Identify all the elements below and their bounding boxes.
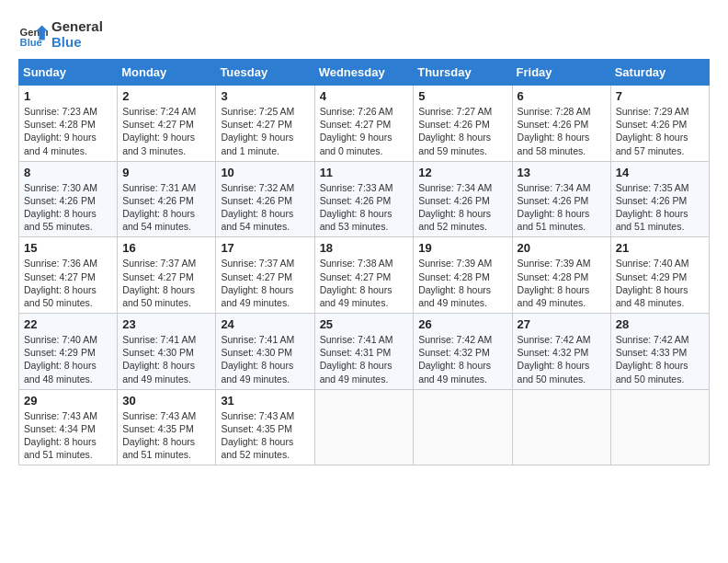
day-info: Sunrise: 7:26 AMSunset: 4:27 PMDaylight:…	[320, 105, 409, 157]
day-number: 23	[122, 317, 210, 331]
calendar-cell: 26 Sunrise: 7:42 AMSunset: 4:32 PMDaylig…	[414, 314, 512, 390]
calendar-cell: 11 Sunrise: 7:33 AMSunset: 4:26 PMDaylig…	[314, 161, 414, 237]
day-info: Sunrise: 7:43 AMSunset: 4:35 PMDaylight:…	[221, 409, 309, 462]
calendar-cell: 16 Sunrise: 7:37 AMSunset: 4:27 PMDaylig…	[118, 237, 216, 314]
logo-general: General	[51, 18, 103, 34]
day-info: Sunrise: 7:33 AMSunset: 4:26 PMDaylight:…	[320, 181, 409, 234]
calendar-cell: 2 Sunrise: 7:24 AMSunset: 4:27 PMDayligh…	[118, 86, 216, 162]
day-info: Sunrise: 7:25 AMSunset: 4:27 PMDaylight:…	[221, 105, 309, 157]
calendar-table: SundayMondayTuesdayWednesdayThursdayFrid…	[18, 59, 710, 465]
day-number: 4	[320, 89, 409, 103]
day-info: Sunrise: 7:43 AMSunset: 4:35 PMDaylight:…	[122, 409, 210, 462]
day-number: 1	[24, 89, 112, 103]
calendar-cell	[512, 389, 610, 465]
calendar-cell: 4 Sunrise: 7:26 AMSunset: 4:27 PMDayligh…	[314, 86, 414, 162]
calendar-cell	[314, 389, 414, 465]
calendar-cell: 13 Sunrise: 7:34 AMSunset: 4:26 PMDaylig…	[512, 161, 610, 237]
calendar-week-3: 15 Sunrise: 7:36 AMSunset: 4:27 PMDaylig…	[19, 237, 710, 314]
logo: General Blue General Blue	[18, 18, 103, 50]
logo-blue: Blue	[51, 34, 103, 50]
calendar-cell: 17 Sunrise: 7:37 AMSunset: 4:27 PMDaylig…	[216, 237, 314, 314]
day-info: Sunrise: 7:43 AMSunset: 4:34 PMDaylight:…	[24, 409, 112, 462]
day-number: 5	[418, 89, 506, 103]
calendar-header-row: SundayMondayTuesdayWednesdayThursdayFrid…	[19, 60, 710, 86]
day-info: Sunrise: 7:40 AMSunset: 4:29 PMDaylight:…	[616, 257, 704, 309]
day-info: Sunrise: 7:24 AMSunset: 4:27 PMDaylight:…	[122, 105, 210, 157]
calendar-cell: 9 Sunrise: 7:31 AMSunset: 4:26 PMDayligh…	[118, 161, 216, 237]
day-info: Sunrise: 7:34 AMSunset: 4:26 PMDaylight:…	[518, 181, 606, 234]
weekday-header-friday: Friday	[512, 60, 610, 86]
day-number: 18	[320, 241, 409, 255]
calendar-cell: 8 Sunrise: 7:30 AMSunset: 4:26 PMDayligh…	[19, 161, 118, 237]
calendar-cell	[610, 389, 709, 465]
day-info: Sunrise: 7:31 AMSunset: 4:26 PMDaylight:…	[122, 181, 210, 234]
calendar-cell: 20 Sunrise: 7:39 AMSunset: 4:28 PMDaylig…	[512, 237, 610, 314]
day-info: Sunrise: 7:36 AMSunset: 4:27 PMDaylight:…	[24, 257, 112, 309]
day-number: 20	[518, 241, 606, 255]
day-info: Sunrise: 7:34 AMSunset: 4:26 PMDaylight:…	[418, 181, 506, 234]
logo-icon: General Blue	[18, 19, 48, 49]
day-number: 8	[24, 166, 112, 179]
calendar-cell: 10 Sunrise: 7:32 AMSunset: 4:26 PMDaylig…	[216, 161, 314, 237]
day-number: 17	[221, 241, 309, 255]
day-number: 6	[518, 89, 606, 103]
calendar-week-2: 8 Sunrise: 7:30 AMSunset: 4:26 PMDayligh…	[19, 161, 710, 237]
calendar-cell: 28 Sunrise: 7:42 AMSunset: 4:33 PMDaylig…	[610, 314, 709, 390]
calendar-cell: 15 Sunrise: 7:36 AMSunset: 4:27 PMDaylig…	[19, 237, 118, 314]
weekday-header-wednesday: Wednesday	[314, 60, 414, 86]
weekday-header-monday: Monday	[118, 60, 216, 86]
weekday-header-thursday: Thursday	[414, 60, 512, 86]
calendar-cell: 21 Sunrise: 7:40 AMSunset: 4:29 PMDaylig…	[610, 237, 709, 314]
day-number: 26	[418, 317, 506, 331]
day-number: 28	[616, 317, 704, 331]
svg-text:Blue: Blue	[20, 37, 42, 48]
day-number: 13	[518, 166, 606, 179]
calendar-week-1: 1 Sunrise: 7:23 AMSunset: 4:28 PMDayligh…	[19, 86, 710, 162]
calendar-cell: 18 Sunrise: 7:38 AMSunset: 4:27 PMDaylig…	[314, 237, 414, 314]
calendar-cell: 29 Sunrise: 7:43 AMSunset: 4:34 PMDaylig…	[19, 389, 118, 465]
day-number: 12	[418, 166, 506, 179]
weekday-header-sunday: Sunday	[19, 60, 118, 86]
day-info: Sunrise: 7:41 AMSunset: 4:30 PMDaylight:…	[221, 333, 309, 385]
day-info: Sunrise: 7:30 AMSunset: 4:26 PMDaylight:…	[24, 181, 112, 234]
day-number: 9	[122, 166, 210, 179]
calendar-cell: 14 Sunrise: 7:35 AMSunset: 4:26 PMDaylig…	[610, 161, 709, 237]
day-number: 25	[320, 317, 409, 331]
calendar-cell: 24 Sunrise: 7:41 AMSunset: 4:30 PMDaylig…	[216, 314, 314, 390]
weekday-header-tuesday: Tuesday	[216, 60, 314, 86]
day-number: 3	[221, 89, 309, 103]
day-info: Sunrise: 7:37 AMSunset: 4:27 PMDaylight:…	[122, 257, 210, 309]
calendar-cell: 7 Sunrise: 7:29 AMSunset: 4:26 PMDayligh…	[610, 86, 709, 162]
day-number: 15	[24, 241, 112, 255]
day-number: 27	[518, 317, 606, 331]
day-info: Sunrise: 7:39 AMSunset: 4:28 PMDaylight:…	[518, 257, 606, 309]
day-info: Sunrise: 7:39 AMSunset: 4:28 PMDaylight:…	[418, 257, 506, 309]
day-info: Sunrise: 7:41 AMSunset: 4:31 PMDaylight:…	[320, 333, 409, 385]
day-number: 24	[221, 317, 309, 331]
calendar-cell: 12 Sunrise: 7:34 AMSunset: 4:26 PMDaylig…	[414, 161, 512, 237]
calendar-cell: 6 Sunrise: 7:28 AMSunset: 4:26 PMDayligh…	[512, 86, 610, 162]
calendar-cell: 19 Sunrise: 7:39 AMSunset: 4:28 PMDaylig…	[414, 237, 512, 314]
day-number: 29	[24, 394, 112, 408]
calendar-cell: 27 Sunrise: 7:42 AMSunset: 4:32 PMDaylig…	[512, 314, 610, 390]
day-info: Sunrise: 7:38 AMSunset: 4:27 PMDaylight:…	[320, 257, 409, 309]
calendar-cell: 31 Sunrise: 7:43 AMSunset: 4:35 PMDaylig…	[216, 389, 314, 465]
day-info: Sunrise: 7:32 AMSunset: 4:26 PMDaylight:…	[221, 181, 309, 234]
day-info: Sunrise: 7:41 AMSunset: 4:30 PMDaylight:…	[122, 333, 210, 385]
calendar-cell: 23 Sunrise: 7:41 AMSunset: 4:30 PMDaylig…	[118, 314, 216, 390]
calendar-week-4: 22 Sunrise: 7:40 AMSunset: 4:29 PMDaylig…	[19, 314, 710, 390]
day-info: Sunrise: 7:28 AMSunset: 4:26 PMDaylight:…	[518, 105, 606, 157]
day-info: Sunrise: 7:42 AMSunset: 4:32 PMDaylight:…	[418, 333, 506, 385]
day-info: Sunrise: 7:42 AMSunset: 4:32 PMDaylight:…	[518, 333, 606, 385]
calendar-cell: 1 Sunrise: 7:23 AMSunset: 4:28 PMDayligh…	[19, 86, 118, 162]
day-number: 11	[320, 166, 409, 179]
day-number: 14	[616, 166, 704, 179]
calendar-body: 1 Sunrise: 7:23 AMSunset: 4:28 PMDayligh…	[19, 86, 710, 465]
calendar-cell: 3 Sunrise: 7:25 AMSunset: 4:27 PMDayligh…	[216, 86, 314, 162]
calendar-cell: 30 Sunrise: 7:43 AMSunset: 4:35 PMDaylig…	[118, 389, 216, 465]
day-info: Sunrise: 7:23 AMSunset: 4:28 PMDaylight:…	[24, 105, 112, 157]
day-number: 7	[616, 89, 704, 103]
day-info: Sunrise: 7:40 AMSunset: 4:29 PMDaylight:…	[24, 333, 112, 385]
calendar-cell: 22 Sunrise: 7:40 AMSunset: 4:29 PMDaylig…	[19, 314, 118, 390]
day-number: 30	[122, 394, 210, 408]
